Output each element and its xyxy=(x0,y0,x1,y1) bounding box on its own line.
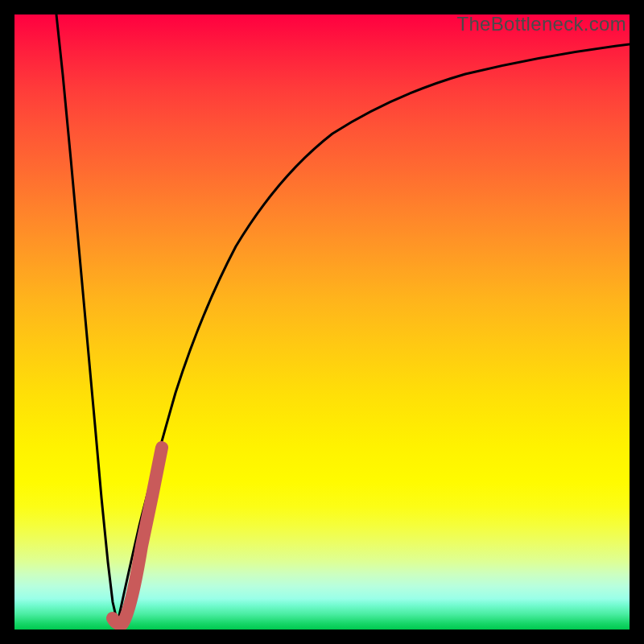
plot-area: TheBottleneck.com xyxy=(14,14,630,630)
left-descent-line xyxy=(56,14,118,623)
highlight-hook xyxy=(113,448,162,624)
curves-svg xyxy=(14,14,630,630)
chart-frame: TheBottleneck.com xyxy=(0,0,644,644)
right-curve-line-real xyxy=(118,44,630,623)
